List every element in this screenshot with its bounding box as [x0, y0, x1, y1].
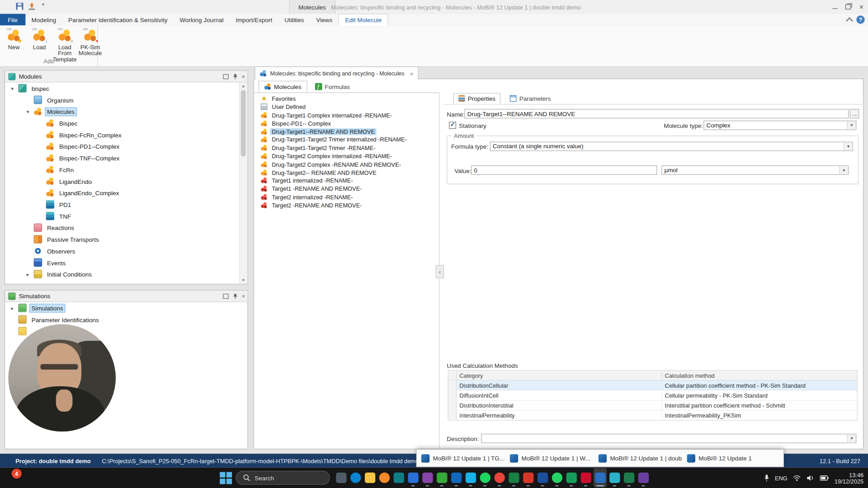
formula-type-select[interactable]: Constant (a single numeric value): [490, 141, 853, 151]
language-indicator[interactable]: ENG: [775, 474, 788, 481]
minimize-button[interactable]: [828, 0, 841, 14]
properties-tab[interactable]: Properties: [453, 93, 500, 104]
molecule-list-item[interactable]: Target1 internalized -RENAME-: [261, 177, 437, 185]
description-input[interactable]: [481, 434, 856, 443]
unit-select[interactable]: µmol: [661, 165, 849, 175]
value-input[interactable]: [471, 165, 657, 175]
panel-pin-icon[interactable]: [232, 73, 238, 79]
molecule-list-item[interactable]: Drug-Target2 Complex internalized -RENAM…: [261, 152, 437, 160]
molecule-type-select[interactable]: Complex: [703, 121, 856, 130]
tree-item[interactable]: FcRn: [5, 164, 240, 175]
taskbar-app-icon[interactable]: [594, 468, 607, 488]
taskbar-app-icon[interactable]: [478, 468, 491, 488]
window-preview-item[interactable]: MoBi® 12 Update 1 | W...: [505, 450, 594, 467]
chevron-down-icon[interactable]: [839, 166, 848, 174]
method-column-header[interactable]: Calculation method: [662, 372, 857, 379]
tree-item[interactable]: Events: [5, 257, 240, 268]
chevron-down-icon[interactable]: [847, 434, 856, 442]
taskbar-app-icon[interactable]: [507, 468, 520, 488]
document-tab-close-icon[interactable]: ×: [410, 70, 414, 77]
table-row[interactable]: DiffusionIntCell Cellular permeability -…: [448, 390, 857, 400]
tree-item[interactable]: Bispec-FcRn_Complex: [5, 129, 240, 141]
panel-pin-icon[interactable]: [232, 293, 238, 299]
expander-icon[interactable]: [11, 305, 18, 310]
tree-item[interactable]: LigandEndo: [5, 175, 240, 187]
collapse-panel-button[interactable]: ‹: [436, 265, 444, 278]
tree-item[interactable]: Bispec-PD1--Complex: [5, 141, 240, 152]
taskbar-app-icon[interactable]: [608, 468, 621, 488]
document-subtab[interactable]: Molecules: [259, 81, 307, 93]
titlebar-document-tab[interactable]: Molecules: [289, 0, 335, 14]
table-row[interactable]: DistributionInterstitial Interstitial pa…: [448, 401, 857, 411]
taskbar-app-icon[interactable]: [493, 468, 506, 488]
taskbar-app-icon[interactable]: [637, 468, 650, 488]
category-column-header[interactable]: Category: [457, 372, 662, 379]
window-preview-item[interactable]: MoBi® 12 Update 1: [683, 450, 771, 467]
menu-item[interactable]: Edit Molecule: [339, 14, 388, 26]
close-button[interactable]: ×: [855, 0, 868, 14]
taskbar-app-icon[interactable]: [550, 468, 563, 488]
window-preview-item[interactable]: MoBi® 12 Update 1 | doub...: [594, 450, 683, 467]
taskbar-app-icon[interactable]: [449, 468, 462, 488]
tree-item[interactable]: Parameter Identifications: [5, 314, 240, 325]
window-preview-item[interactable]: MoBi® 12 Update 1 | TG...: [417, 450, 505, 467]
tree-item[interactable]: Molecules: [5, 106, 240, 117]
taskbar-app-icon[interactable]: [536, 468, 549, 488]
tree-item[interactable]: Bispec: [5, 117, 240, 129]
molecule-list-item[interactable]: Drug-Target1--RENAME AND REMOVE: [261, 127, 437, 136]
document-tab[interactable]: Molecules: bispecific binding and recycl…: [255, 66, 418, 80]
table-row[interactable]: IntestinalPermeability IntestinalPermeab…: [448, 411, 857, 420]
collapse-ribbon-icon[interactable]: [846, 17, 853, 24]
microphone-icon[interactable]: [764, 474, 769, 482]
panel-restore-icon[interactable]: [223, 74, 228, 79]
start-button[interactable]: [219, 471, 232, 484]
taskbar-app-icon[interactable]: [622, 468, 635, 488]
tree-item[interactable]: Organism: [5, 94, 240, 106]
molecule-list-item[interactable]: Drug-Target1-Target2 Trimer -RENAME-: [261, 144, 437, 152]
expander-icon[interactable]: [27, 272, 34, 277]
document-subtab[interactable]: Formulas: [309, 81, 356, 93]
molecule-list-item[interactable]: Bispec-PD1-- Complex: [261, 119, 437, 127]
menu-item[interactable]: Modeling: [25, 14, 62, 26]
taskbar-app-icon[interactable]: [349, 468, 362, 488]
save-icon[interactable]: [15, 2, 24, 10]
import-icon[interactable]: [28, 2, 36, 10]
restore-button[interactable]: [841, 0, 854, 14]
molecule-list-item[interactable]: User Defined: [261, 103, 437, 111]
molecule-list-item[interactable]: Target1 -RENAME AND REMOVE-: [261, 185, 437, 193]
browse-button[interactable]: ...: [850, 109, 859, 118]
panel-close-icon[interactable]: ×: [242, 73, 245, 80]
scroll-up-icon[interactable]: ▲: [240, 82, 247, 89]
scroll-down-icon[interactable]: ▼: [240, 277, 247, 283]
panel-close-icon[interactable]: ×: [242, 293, 245, 300]
menu-item[interactable]: File: [0, 14, 25, 26]
tree-item[interactable]: Passive Transports: [5, 234, 240, 245]
tree-item[interactable]: Reactions: [5, 222, 240, 234]
battery-icon[interactable]: [820, 475, 829, 480]
menu-item[interactable]: Import/Export: [230, 14, 278, 26]
tree-item[interactable]: LigandEndo_Complex: [5, 187, 240, 199]
tree-item[interactable]: Bispec-TNF--Complex: [5, 152, 240, 164]
taskbar-app-icon[interactable]: [363, 468, 376, 488]
quick-access-chevron-icon[interactable]: ▾: [42, 2, 44, 7]
stationary-checkbox[interactable]: [449, 122, 456, 129]
taskbar-app-icon[interactable]: [335, 468, 348, 488]
tree-item[interactable]: TNF: [5, 210, 240, 222]
taskbar-app-icon[interactable]: [421, 468, 434, 488]
molecule-list-item[interactable]: Drug-Target1 Complex internalized -RENAM…: [261, 111, 437, 119]
menu-item[interactable]: Parameter Identification & Sensitivity: [62, 14, 174, 26]
tree-item[interactable]: Simulations: [5, 302, 240, 314]
taskbar-app-icon[interactable]: [406, 468, 420, 488]
expander-icon[interactable]: [11, 85, 18, 91]
molecule-list-item[interactable]: Drug-Target2 Complex -RENAME AND REMOVE-: [261, 160, 437, 168]
scroll-thumb[interactable]: [241, 90, 246, 157]
menu-item[interactable]: Working Journal: [174, 14, 230, 26]
modules-scrollbar[interactable]: ▲ ▼: [239, 82, 247, 283]
menu-item[interactable]: Utilities: [278, 14, 310, 26]
taskbar-app-icon[interactable]: [377, 468, 391, 488]
table-row[interactable]: DistributionCellular Cellular partition …: [448, 380, 857, 390]
molecule-list-item[interactable]: Target2 internalized -RENAME-: [261, 193, 437, 201]
taskbar-app-icon[interactable]: [392, 468, 405, 488]
tree-item[interactable]: PD1: [5, 199, 240, 211]
wifi-icon[interactable]: [793, 474, 801, 481]
